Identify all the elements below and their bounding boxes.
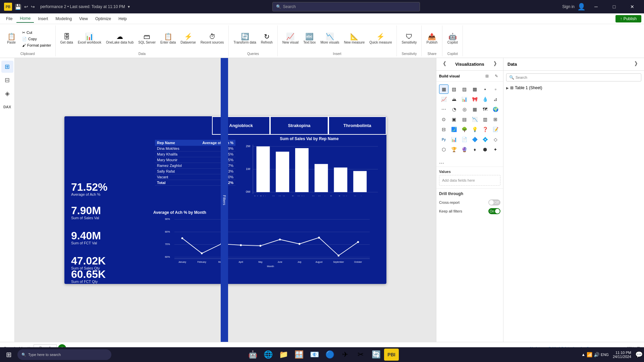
network-icon[interactable]: 📶 [587, 352, 592, 357]
viz-kpi[interactable]: 📉 [470, 115, 480, 124]
volume-icon[interactable]: 🔊 [594, 352, 599, 357]
transform-button[interactable]: 🔄 Transform data [231, 32, 258, 46]
taskbar-app-store[interactable]: 🪟 [291, 347, 306, 362]
panel-expand-right[interactable]: 》 [494, 61, 499, 68]
menu-file[interactable]: File [3, 15, 16, 22]
viz-custom7[interactable]: ♦ [470, 145, 480, 154]
taskbar-app-outlook[interactable]: 📧 [307, 347, 322, 362]
taskbar-app-snip[interactable]: ✂ [353, 347, 368, 362]
new-measure-button[interactable]: 📐 New measure [342, 32, 367, 46]
maximize-button[interactable]: □ [606, 0, 622, 13]
paste-button[interactable]: 📋 Paste [3, 32, 20, 46]
enter-data-button[interactable]: 📋 Enter data [158, 32, 178, 46]
viz-area[interactable]: ⛰ [449, 95, 459, 104]
menu-optimize[interactable]: Optimize [92, 15, 114, 22]
viz-stacked-col[interactable]: ▩ [470, 84, 480, 94]
sidebar-report-icon[interactable]: ⊞ [1, 61, 13, 73]
menu-insert[interactable]: Insert [35, 15, 51, 22]
tab-strakopina[interactable]: Strakopina [270, 116, 328, 135]
data-search-box[interactable]: 🔍 [506, 73, 641, 81]
taskbar-app-copilot[interactable]: 🤖 [245, 347, 260, 362]
viz-decomp-tree[interactable]: 🌳 [460, 125, 469, 134]
onelake-button[interactable]: ☁ OneLake data hub [104, 32, 136, 46]
new-visual-button[interactable]: 📈 New visual [280, 32, 301, 46]
viz-custom2[interactable]: 💠 [480, 135, 490, 144]
add-fields-box[interactable]: Add data fields here [439, 175, 500, 186]
build-visual-grid-icon[interactable]: ⊞ [483, 72, 491, 80]
viz-multirow-card[interactable]: ▤ [460, 115, 469, 124]
copy-button[interactable]: 📄 Copy [21, 36, 53, 42]
viz-smart-narr[interactable]: 📝 [491, 125, 500, 134]
cross-report-toggle[interactable]: Off [488, 199, 500, 205]
viz-custom8[interactable]: ⬢ [480, 145, 490, 154]
viz-pie[interactable]: ◔ [449, 105, 459, 114]
viz-map[interactable]: 🗺 [480, 105, 490, 114]
copilot-button[interactable]: 🤖 Copilot [445, 32, 460, 46]
share-button[interactable]: ↑ Publish [615, 15, 641, 22]
viz-line-col[interactable]: 📊 [460, 95, 469, 104]
viz-key-inf[interactable]: 💡 [470, 125, 480, 134]
taskbar-search[interactable]: 🔍 Type here to search [17, 349, 111, 360]
user-avatar[interactable]: 👤 [577, 3, 586, 11]
start-button[interactable]: ⊞ [1, 347, 16, 362]
viz-filled-map[interactable]: 🌍 [491, 105, 500, 114]
viz-custom3[interactable]: ◇ [491, 135, 500, 144]
quick-save-icon[interactable]: 💾 [15, 4, 21, 10]
more-visuals-button[interactable]: 📉 More visuals [318, 32, 341, 46]
taskbar-app-telegram[interactable]: ✈ [338, 347, 353, 362]
sensitivity-button[interactable]: 🛡 Sensitivity [399, 32, 419, 46]
menu-view[interactable]: View [76, 15, 91, 22]
excel-button[interactable]: 📊 Excel workbook [76, 32, 103, 46]
taskbar-app-explorer[interactable]: 📁 [276, 347, 291, 362]
taskbar-app-browser2[interactable]: 🔄 [369, 347, 383, 362]
viz-card[interactable]: ▣ [449, 115, 459, 124]
data-search-input[interactable] [516, 75, 638, 79]
text-box-button[interactable]: 🔤 Text box [301, 32, 318, 46]
viz-azure-map[interactable]: 🗾 [449, 125, 459, 134]
format-painter-button[interactable]: 🖌 Format painter [21, 43, 53, 48]
undo-icon[interactable]: ↩ [24, 4, 28, 9]
viz-donut[interactable]: ◎ [460, 105, 469, 114]
menu-home[interactable]: Home [16, 15, 34, 23]
sql-button[interactable]: 🗃 SQL Server [136, 32, 158, 46]
viz-clustered-bar[interactable]: ▧ [449, 84, 459, 94]
viz-qna[interactable]: ❓ [480, 125, 490, 134]
viz-custom5[interactable]: 🏆 [449, 145, 459, 154]
viz-gauge[interactable]: ⊙ [439, 115, 448, 124]
viz-waterfall[interactable]: 💧 [480, 95, 490, 104]
viz-custom9[interactable]: ✦ [491, 145, 500, 154]
viz-custom4[interactable]: ⬡ [439, 145, 448, 154]
keep-filters-toggle[interactable]: On [488, 208, 500, 214]
viz-stacked-bar[interactable]: ▦ [439, 84, 448, 94]
table-tree-item[interactable]: ▶ ⊞ Table 1 (Sheet) [503, 84, 644, 92]
sign-in-label[interactable]: Sign in [562, 4, 575, 9]
viz-custom6[interactable]: 🔮 [460, 145, 469, 154]
system-tray-arrow[interactable]: ▲ [581, 352, 585, 357]
taskbar-app-chrome[interactable]: 🔵 [322, 347, 337, 362]
publish-button[interactable]: 📤 Publish [424, 32, 439, 46]
viz-100-stacked-bar[interactable]: ▨ [460, 84, 469, 94]
notification-icon[interactable]: 💬 [635, 351, 643, 358]
title-search-box[interactable]: 🔍 Search [272, 2, 420, 11]
filters-panel-label[interactable]: Filters [221, 58, 228, 342]
viz-clustered-col[interactable]: ▪ [480, 84, 490, 94]
redo-icon[interactable]: ↪ [31, 4, 35, 9]
tab-thrombolinta[interactable]: Thrombolinta [328, 116, 386, 135]
get-data-button[interactable]: 🗄 Get data [58, 32, 75, 46]
close-button[interactable]: ✕ [625, 0, 640, 13]
sidebar-model-icon[interactable]: ◈ [1, 87, 13, 100]
menu-modeling[interactable]: Modeling [52, 15, 75, 22]
taskbar-app-edge[interactable]: 🌐 [261, 347, 275, 362]
share-btn-inner[interactable]: ↑ Publish [615, 15, 641, 22]
viz-ribbon[interactable]: 🎀 [470, 95, 480, 104]
viz-slicer[interactable]: ▥ [480, 115, 490, 124]
sidebar-dax-icon[interactable]: DAX [1, 101, 13, 113]
recent-sources-button[interactable]: ⏱ Recent sources [199, 32, 226, 46]
viz-table[interactable]: ⊞ [491, 115, 500, 124]
dataverse-button[interactable]: ⚡ Dataverse [178, 32, 198, 46]
minimize-button[interactable]: ─ [588, 0, 604, 13]
keyboard-layout[interactable]: ENG [601, 353, 609, 357]
viz-100-stacked-col[interactable]: ▫ [491, 84, 500, 94]
menu-help[interactable]: Help [115, 15, 130, 22]
cut-button[interactable]: ✂ Cut [21, 30, 53, 36]
